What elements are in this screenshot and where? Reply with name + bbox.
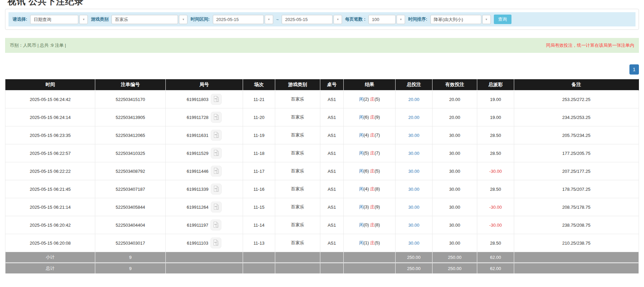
bet-time: 2025-05-15 06:22:22 [5,162,95,180]
total-bet[interactable]: 30.00 [396,234,432,252]
valid-bet: 30.00 [432,180,477,198]
footer-count: 9 [95,252,165,263]
round-id: 619911446 [187,169,208,174]
banker-result-label: 庄 [370,150,375,156]
time-sort-value[interactable]: 降幂(由大到小) [430,15,481,24]
video-replay-button[interactable] [211,112,222,123]
banker-result-label: 庄 [370,204,375,209]
bet-id: 522503412065 [95,126,165,144]
total-bet[interactable]: 30.00 [396,162,432,180]
game-type-value[interactable]: 百家乐 [112,15,178,24]
remark: 234.25/253.25 [514,108,639,126]
page-size-select[interactable]: 100 ▼ [368,15,405,24]
total-bet[interactable]: 20.00 [396,108,432,126]
chevron-down-icon[interactable]: ▼ [179,15,187,24]
valid-bet: 30.00 [432,144,477,162]
banker-result-value: (7) [375,132,380,138]
session: 11-20 [243,108,275,126]
video-replay-button[interactable] [211,148,222,159]
video-replay-button[interactable] [211,184,222,194]
game-type: 百家乐 [275,234,320,252]
banker-result-value: (8) [375,222,380,227]
round-cell: 619911264 [165,198,243,216]
round-cell: 619911446 [165,162,243,180]
banker-result-label: 庄 [370,168,375,173]
footer-total-bet: 250.00 [396,252,432,263]
table-row: 2025-05-15 06:23:35522503412065619911631… [5,126,639,144]
total-payout: 28.50 [477,234,514,252]
session: 11-13 [243,234,275,252]
footer-empty-cell [243,263,275,274]
time-sort-select[interactable]: 降幂(由大到小) ▼ [430,15,491,24]
date-to-value[interactable]: 2025-05-15 [282,15,333,24]
game-type-select[interactable]: 百家乐 ▼ [112,15,187,24]
session: 11-17 [243,162,275,180]
total-payout: 28.50 [477,144,514,162]
remark: 177.25/205.75 [514,144,639,162]
table-code: AS1 [320,90,343,108]
player-result-value: (6) [363,168,369,173]
total-payout: -30.00 [477,162,514,180]
round-id: 619911803 [187,97,208,102]
total-bet[interactable]: 30.00 [396,216,432,234]
video-replay-button[interactable] [211,94,222,105]
player-result-label: 闲 [359,132,363,138]
round-cell: 619911631 [165,126,243,144]
remark: 207.25/177.25 [514,162,639,180]
video-replay-button[interactable] [210,238,221,248]
table-row: 2025-05-15 06:21:45522503407187619911339… [5,180,639,198]
chevron-down-icon[interactable]: ▼ [397,15,405,24]
banker-result-value: (9) [375,115,380,120]
total-bet[interactable]: 30.00 [396,198,432,216]
chevron-down-icon[interactable]: ▼ [79,15,88,24]
date-from-value[interactable]: 2025-05-15 [213,15,264,24]
game-type-label: 游戏类别 [91,16,108,22]
col-header-6: 结果 [344,79,396,90]
player-result-label: 闲 [359,115,363,120]
total-bet[interactable]: 30.00 [396,180,432,198]
page-title-text: 视讯 公共下注纪录 [7,0,644,5]
video-replay-button[interactable] [211,166,222,177]
remark: 238.75/208.75 [514,216,639,234]
game-type: 百家乐 [275,126,320,144]
video-replay-icon [213,221,219,229]
query-type-select[interactable]: 日期查询 ▼ [30,15,88,24]
video-replay-button[interactable] [210,220,221,230]
table-row: 2025-05-15 06:20:42522503404404619911197… [5,216,639,234]
video-replay-button[interactable] [211,202,222,212]
total-bet[interactable]: 30.00 [396,126,432,144]
session: 11-15 [243,198,275,216]
player-result-label: 闲 [359,222,363,227]
footer-empty-cell [275,252,320,263]
time-range-label: 时间区间: [190,16,209,22]
query-button[interactable]: 查询 [494,15,511,24]
banker-result-label: 庄 [370,97,375,102]
game-type: 百家乐 [275,180,320,198]
bet-id: 522503408792 [95,162,165,180]
footer-valid-bet: 250.00 [432,252,477,263]
query-type-label: 请选择: [13,16,27,22]
bet-id: 522503407187 [95,180,165,198]
page-size-value[interactable]: 100 [368,15,396,24]
date-from-select[interactable]: 2025-05-15 ▼ [213,15,273,24]
chevron-down-icon[interactable]: ▼ [482,15,491,24]
chevron-down-icon[interactable]: ▼ [334,15,342,24]
player-result-label: 闲 [359,204,363,209]
result-cell: 闲(5) 庄(7) [344,144,396,162]
video-replay-button[interactable] [211,130,222,141]
round-id: 619911529 [187,151,208,156]
bet-records-table: 时间注单编号局号场次游戏类别桌号结果总投注有效投注总派彩备注 2025-05-1… [5,79,639,274]
session: 11-19 [243,126,275,144]
total-bet[interactable]: 20.00 [396,90,432,108]
table-code: AS1 [320,198,343,216]
total-payout: 28.50 [477,180,514,198]
page-1-button[interactable]: 1 [629,64,639,75]
query-type-value[interactable]: 日期查询 [30,15,78,24]
total-bet[interactable]: 30.00 [396,144,432,162]
game-type: 百家乐 [275,198,320,216]
game-type: 百家乐 [275,162,320,180]
range-tilde: ~ [276,17,279,22]
chevron-down-icon[interactable]: ▼ [265,15,273,24]
date-to-select[interactable]: 2025-05-15 ▼ [282,15,342,24]
bet-id: 522503404404 [95,216,165,234]
